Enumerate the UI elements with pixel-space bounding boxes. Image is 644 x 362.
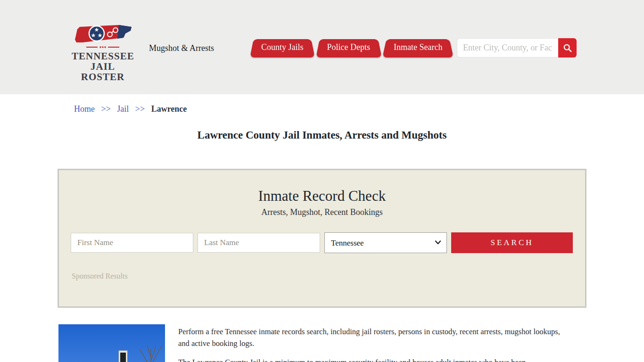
inmate-search-form: Tennessee SEARCH: [71, 232, 585, 253]
intro-paragraph-1: Perform a free Tennessee inmate records …: [178, 326, 561, 349]
first-name-input[interactable]: [71, 233, 193, 253]
panel-title: Inmate Record Check: [59, 188, 585, 205]
logo-text-line2: JAIL ROSTER: [72, 61, 134, 82]
site-tagline: Mugshot & Arrests: [149, 43, 214, 53]
state-select[interactable]: Tennessee: [324, 232, 447, 253]
logo-text-line1: TENNESSEE: [72, 51, 134, 61]
svg-text:★: ★: [98, 32, 103, 39]
nav-police-depts-label: Police Depts: [327, 42, 371, 52]
page-title: Lawrence County Jail Inmates, Arrests an…: [0, 129, 644, 141]
site-logo[interactable]: ★ ★ ★ TENNESSEE JAIL RO: [72, 24, 134, 82]
intro-paragraph-2: The Lawrence County Jail is a minimum to…: [178, 357, 561, 362]
panel-subtitle: Arrests, Mugshot, Recent Bookings: [59, 207, 585, 217]
nav-police-depts[interactable]: Police Depts: [316, 37, 382, 58]
intro-copy: Perform a free Tennessee inmate records …: [178, 326, 561, 362]
breadcrumb-current: Lawrence: [151, 104, 187, 114]
breadcrumb-separator: >>: [135, 104, 145, 114]
nav-inmate-search-label: Inmate Search: [394, 42, 442, 52]
sponsored-results-label: Sponsored Results: [72, 272, 585, 280]
jail-photo: [58, 324, 165, 362]
nav-inmate-search[interactable]: Inmate Search: [382, 37, 454, 58]
breadcrumb-home[interactable]: Home: [74, 104, 95, 114]
page: ★ ★ ★ TENNESSEE JAIL RO: [0, 0, 644, 362]
facility-search-button[interactable]: [558, 38, 577, 58]
inmate-record-check-panel: Inmate Record Check Arrests, Mugshot, Re…: [58, 169, 586, 308]
svg-text:★: ★: [91, 32, 96, 39]
main-nav: County Jails Police Depts Inmate Search: [250, 37, 454, 58]
breadcrumb-jail[interactable]: Jail: [117, 104, 129, 114]
last-name-input[interactable]: [198, 233, 320, 253]
search-button[interactable]: SEARCH: [451, 232, 573, 253]
site-header: ★ ★ ★ TENNESSEE JAIL RO: [0, 0, 644, 94]
header-search: [457, 38, 577, 58]
state-select-wrap: Tennessee: [324, 232, 447, 253]
search-icon: [563, 43, 572, 53]
facility-search-input[interactable]: [457, 38, 558, 58]
nav-county-jails-label: County Jails: [261, 42, 304, 52]
nav-county-jails[interactable]: County Jails: [250, 37, 315, 58]
breadcrumb: Home >> Jail >> Lawrence: [74, 104, 187, 114]
breadcrumb-separator: >>: [101, 104, 111, 114]
tennessee-state-icon: ★ ★ ★: [73, 24, 132, 51]
